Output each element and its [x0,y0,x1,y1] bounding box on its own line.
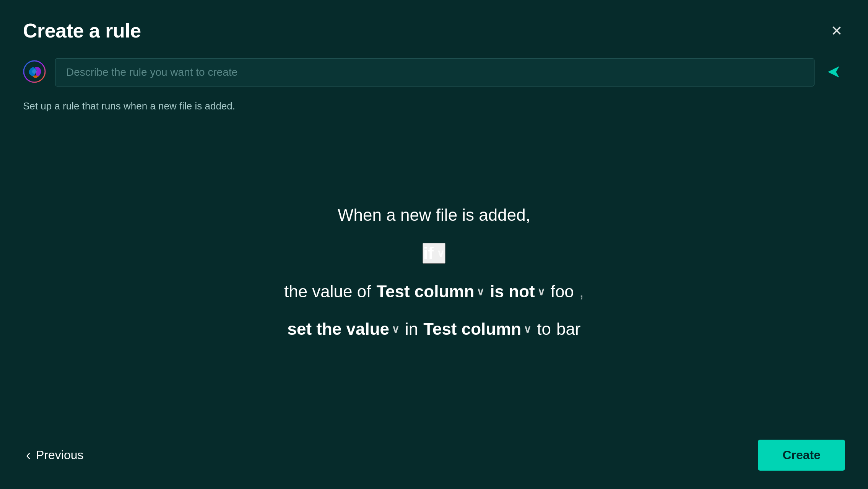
action-verb-chevron-icon: ∨ [392,323,400,336]
action-verb-dropdown[interactable]: set the value ∨ [288,319,400,339]
previous-button[interactable]: ‹ Previous [23,441,87,469]
if-line: if ∨ [423,243,445,264]
condition-operator-chevron-icon: ∨ [537,285,545,298]
copilot-icon [23,60,47,85]
action-column-label: Test column [423,319,521,339]
action-value: bar [556,319,581,339]
modal-title: Create a rule [23,19,141,42]
condition-prefix: the value of [284,282,371,301]
subtitle: Set up a rule that runs when a new file … [23,100,845,112]
rule-description-input[interactable] [55,58,814,86]
condition-column-label: Test column [376,282,474,301]
modal-header: Create a rule × [23,18,845,43]
footer: ‹ Previous Create [23,424,845,471]
action-to-text: to [537,319,551,339]
send-button[interactable] [822,60,845,85]
create-rule-modal: Create a rule × [0,0,868,489]
action-verb-label: set the value [288,319,390,339]
close-button[interactable]: × [828,18,845,43]
svg-point-1 [32,69,37,74]
trigger-text: When a new file is added, [338,205,530,225]
rule-content: When a new file is added, if ∨ the value… [23,120,845,424]
action-line: set the value ∨ in Test column ∨ to bar [288,319,581,339]
condition-value: foo [551,282,574,301]
send-icon [825,64,842,80]
condition-column-dropdown[interactable]: Test column ∨ [376,282,484,301]
if-dropdown[interactable]: if ∨ [423,243,445,264]
condition-operator-dropdown[interactable]: is not ∨ [490,282,545,301]
action-column-chevron-icon: ∨ [523,323,532,336]
trigger-line: When a new file is added, [338,205,530,225]
action-column-dropdown[interactable]: Test column ∨ [423,319,532,339]
prev-chevron-icon: ‹ [26,447,31,463]
if-label: if [423,244,434,263]
input-row [23,58,845,86]
create-button[interactable]: Create [758,440,845,471]
condition-comma: , [579,282,584,301]
if-chevron-icon: ∨ [437,247,445,260]
previous-label: Previous [36,448,84,462]
condition-operator-label: is not [490,282,535,301]
condition-line: the value of Test column ∨ is not ∨ foo … [284,282,584,301]
condition-column-chevron-icon: ∨ [476,285,484,298]
action-in-text: in [405,319,418,339]
